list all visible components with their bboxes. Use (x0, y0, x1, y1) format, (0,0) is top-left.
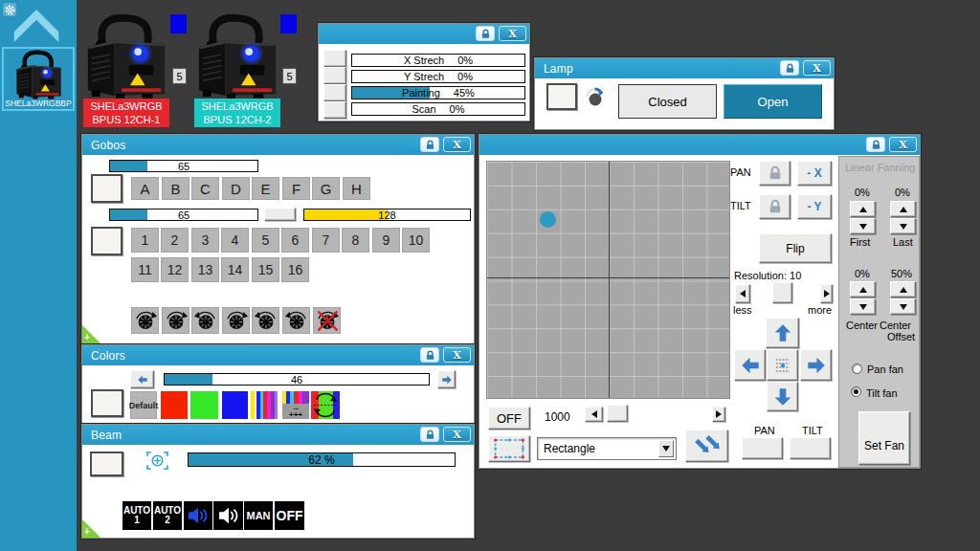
nudge-down-button[interactable] (767, 382, 798, 411)
lamp-titlebar[interactable]: Lamp X (535, 58, 834, 78)
fixture-1[interactable]: 5 SHELa3WRGB BPUS 12CH-1 (80, 11, 188, 128)
pan-tilt-pad[interactable] (486, 161, 730, 399)
fan-center-offset-up-button[interactable] (890, 281, 916, 298)
gobo-letter-e[interactable]: E (252, 177, 279, 200)
fan-first-up-button[interactable] (850, 201, 876, 217)
strech-row1-button[interactable] (323, 50, 346, 67)
strech-row4-button[interactable] (323, 101, 346, 119)
color-slider[interactable]: 46 (164, 373, 430, 386)
color-next-button[interactable] (437, 370, 456, 388)
painting-slider[interactable]: Painting45% (351, 86, 525, 99)
zoom-target-icon[interactable] (145, 451, 169, 471)
fixture-thumbnail[interactable]: SHELa3WRGBBP (2, 47, 75, 111)
gobo-9[interactable]: 9 (372, 228, 400, 253)
gobo-rotate-ccw-fast-button[interactable] (282, 307, 310, 334)
invert-y-button[interactable]: - Y (797, 194, 832, 219)
pan-value-field[interactable] (742, 437, 783, 459)
gobo-1[interactable]: 1 (131, 228, 159, 253)
color-swatch-rainbow[interactable] (251, 391, 278, 419)
center-position-button[interactable] (767, 349, 798, 381)
close-button[interactable]: X (443, 137, 471, 152)
tilt-value-field[interactable] (790, 437, 831, 459)
lock-button[interactable] (420, 427, 439, 442)
dropdown-arrow-button[interactable] (658, 440, 674, 457)
fan-center-offset-down-button[interactable] (890, 298, 916, 315)
gobo-5[interactable]: 5 (252, 228, 279, 253)
gobo-rotate-ccw-button[interactable] (252, 307, 279, 334)
color-swatch-red[interactable] (161, 391, 188, 419)
gobo-number-indicator[interactable] (91, 227, 122, 255)
scroll-up-chevron-icon[interactable] (9, 10, 64, 42)
color-swatch-cycle[interactable] (311, 391, 340, 419)
fan-center-down-button[interactable] (850, 298, 876, 315)
close-button[interactable]: X (803, 60, 831, 76)
fan-first-down-button[interactable] (850, 218, 876, 234)
apply-shape-button[interactable] (685, 430, 728, 462)
pan-fan-radio[interactable] (852, 364, 862, 374)
flip-button[interactable]: Flip (759, 233, 832, 263)
resolution-more-button[interactable] (820, 284, 833, 303)
beam-manual-button[interactable]: MAN (244, 501, 273, 530)
beam-titlebar[interactable]: Beam X (82, 425, 474, 445)
beam-indicator[interactable] (90, 452, 123, 476)
gobo-rotate-stop-button[interactable] (313, 307, 341, 334)
gobo-7[interactable]: 7 (312, 228, 340, 253)
pan-lock-button[interactable] (759, 161, 791, 186)
gobo-select-slider[interactable]: 65 (109, 209, 258, 221)
color-prev-button[interactable] (130, 370, 154, 388)
gobo-mid-button[interactable] (264, 208, 296, 221)
gobo-16[interactable]: 16 (281, 257, 309, 282)
color-swatch-rainbow-scroll[interactable]: → +++ (282, 391, 309, 419)
strech-row2-button[interactable] (323, 67, 346, 84)
gobo-letter-g[interactable]: G (312, 177, 340, 200)
shape-select-button[interactable] (488, 435, 530, 462)
color-swatch-green[interactable] (190, 391, 218, 419)
fan-center-up-button[interactable] (850, 281, 876, 298)
x-strech-slider[interactable]: X Strech0% (351, 54, 525, 67)
fan-last-up-button[interactable] (890, 201, 916, 217)
gobo-6[interactable]: 6 (281, 228, 309, 253)
lock-button[interactable] (420, 347, 439, 363)
gobo-letter-indicator[interactable] (91, 174, 122, 203)
resolution-slider-thumb[interactable] (772, 282, 792, 303)
gobo-8[interactable]: 8 (342, 228, 369, 253)
fixture-2[interactable]: 5 SHELa3WRGB BPUS 12CH-2 (191, 11, 299, 128)
gobo-13[interactable]: 13 (191, 257, 219, 282)
lock-button[interactable] (866, 137, 885, 152)
lock-button[interactable] (780, 60, 799, 76)
scan-slider[interactable]: Scan0% (351, 102, 525, 116)
lamp-closed-button[interactable]: Closed (618, 84, 717, 119)
beam-brightness-slider[interactable]: 62 % (188, 452, 456, 467)
gobo-speed-slider[interactable]: 128 (303, 209, 471, 221)
strech-titlebar[interactable]: X (319, 24, 529, 44)
gobo-letter-h[interactable]: H (343, 177, 370, 200)
fixture-2-label[interactable]: SHELa3WRGB BPUS 12CH-2 (194, 99, 280, 127)
gobo-3[interactable]: 3 (191, 228, 219, 253)
gobo-4[interactable]: 4 (221, 228, 249, 253)
gobo-letter-a[interactable]: A (131, 177, 159, 200)
fixture-1-color-square[interactable] (170, 14, 187, 33)
fixture-2-color-square[interactable] (280, 14, 297, 33)
gobo-11[interactable]: 11 (131, 257, 159, 282)
color-swatch-blue[interactable] (222, 391, 248, 419)
gobo-14[interactable]: 14 (221, 257, 249, 282)
gobo-10[interactable]: 10 (402, 228, 430, 253)
close-button[interactable]: X (443, 347, 471, 363)
color-indicator[interactable] (91, 389, 123, 417)
gobo-2[interactable]: 2 (161, 228, 189, 253)
gobo-12[interactable]: 12 (161, 257, 189, 282)
fixture-1-label[interactable]: SHELa3WRGB BPUS 12CH-1 (83, 99, 169, 127)
speed-off-button[interactable]: OFF (488, 407, 530, 430)
beam-auto1-button[interactable]: AUTO 1 (122, 501, 151, 530)
invert-x-button[interactable]: - X (797, 161, 832, 186)
speed-right-button[interactable] (712, 407, 725, 422)
position-dot[interactable] (540, 211, 556, 228)
gobos-titlebar[interactable]: Gobos X (82, 135, 474, 155)
nudge-up-button[interactable] (766, 318, 799, 348)
shape-dropdown[interactable]: Rectangle (537, 437, 677, 460)
beam-sound-button[interactable] (213, 501, 243, 530)
strech-row3-button[interactable] (323, 84, 346, 101)
fan-last-down-button[interactable] (890, 218, 916, 234)
color-default-button[interactable]: Default (130, 391, 157, 419)
beam-off-button[interactable]: OFF (275, 501, 304, 530)
